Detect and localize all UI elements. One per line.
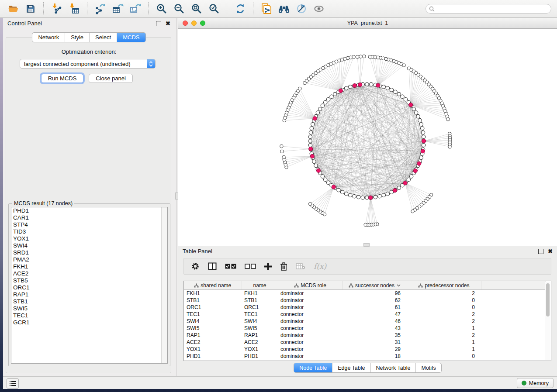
mcds-result-item[interactable]: SRD1 [11, 249, 167, 256]
tab-network[interactable]: Network [32, 33, 65, 42]
table-tab-network-table[interactable]: Network Table [370, 363, 416, 372]
network-node[interactable] [308, 135, 312, 138]
network-node[interactable] [326, 98, 330, 101]
mcds-hub-node[interactable] [332, 185, 336, 189]
tab-mcds[interactable]: MCDS [117, 33, 145, 42]
network-node[interactable] [337, 188, 340, 192]
network-node[interactable] [409, 175, 413, 178]
show-hide-graphics-button[interactable] [312, 2, 326, 16]
table-row[interactable]: SWI5SWI5connector431 [184, 325, 546, 332]
mcds-result-item[interactable]: CAR1 [11, 214, 167, 221]
add-column-button[interactable] [264, 263, 272, 270]
table-row[interactable]: STB1STB1dominator620 [184, 297, 546, 304]
mcds-hub-node[interactable] [310, 154, 314, 158]
network-canvas[interactable] [178, 29, 557, 246]
table-row[interactable]: PHD1PHD1dominator180 [184, 353, 546, 360]
network-node[interactable] [359, 55, 363, 58]
network-node[interactable] [386, 192, 389, 196]
mcds-result-item[interactable]: SWI5 [11, 305, 167, 312]
network-node[interactable] [401, 95, 404, 98]
vertical-splitter[interactable] [175, 18, 178, 376]
network-node[interactable] [402, 64, 406, 67]
table-row[interactable]: YOX1YOX1connector291 [184, 346, 546, 353]
mcds-hub-node[interactable] [339, 89, 343, 93]
network-node[interactable] [414, 111, 418, 114]
run-mcds-button[interactable]: Run MCDS [41, 74, 83, 83]
network-node[interactable] [364, 223, 367, 227]
mcds-result-item[interactable]: TID3 [11, 228, 167, 235]
network-node[interactable] [348, 193, 352, 197]
mcds-result-item[interactable]: ORC1 [11, 284, 167, 291]
save-button[interactable] [24, 2, 38, 16]
mcds-result-item[interactable]: FKH1 [11, 263, 167, 270]
table-row[interactable]: RAP1RAP1dominator352 [184, 332, 546, 339]
network-node[interactable] [340, 190, 344, 194]
network-node[interactable] [282, 155, 286, 159]
mcds-result-item[interactable]: ACE2 [11, 270, 167, 277]
mcds-result-item[interactable]: STP4 [11, 221, 167, 228]
mcds-hub-node[interactable] [417, 162, 421, 165]
mcds-hub-node[interactable] [313, 117, 317, 120]
network-node[interactable] [446, 118, 450, 121]
import-table-button[interactable] [67, 2, 81, 16]
column-header-predecessor-nodes[interactable]: predecessor nodes [407, 281, 481, 290]
mcds-result-item[interactable]: STB1 [11, 298, 167, 305]
network-node[interactable] [365, 196, 369, 199]
search-network-button[interactable] [277, 2, 291, 16]
zoom-in-button[interactable] [155, 2, 169, 16]
network-node[interactable] [382, 85, 385, 89]
network-node[interactable] [365, 83, 369, 86]
network-node[interactable] [404, 98, 407, 101]
mcds-result-item[interactable]: RAP1 [11, 291, 167, 298]
network-node[interactable] [310, 127, 313, 130]
import-network-button[interactable] [50, 2, 64, 16]
network-node[interactable] [416, 114, 420, 118]
network-node[interactable] [298, 87, 302, 90]
mcds-hub-node[interactable] [369, 196, 373, 199]
mcds-result-item[interactable]: PHD1 [11, 207, 167, 214]
table-row[interactable]: ACE2ACE2connector311 [184, 339, 546, 346]
export-image-button[interactable] [128, 2, 142, 16]
table-panel-titlebar[interactable]: Table Panel ✖ [178, 246, 557, 257]
refresh-layout-button[interactable] [233, 2, 247, 16]
column-header-name[interactable]: name [242, 281, 278, 290]
network-node[interactable] [419, 122, 423, 126]
network-node[interactable] [422, 144, 425, 147]
mcds-hub-node[interactable] [403, 181, 407, 185]
mcds-hub-node[interactable] [409, 103, 413, 107]
network-node[interactable] [344, 86, 348, 90]
network-node[interactable] [312, 160, 316, 163]
mcds-hub-node[interactable] [421, 149, 425, 153]
network-node[interactable] [326, 181, 330, 184]
network-node[interactable] [321, 104, 324, 107]
mcds-hub-node[interactable] [316, 168, 320, 172]
zoom-selected-button[interactable] [207, 2, 221, 16]
close-table-panel-icon[interactable]: ✖ [548, 249, 553, 254]
clone-network-button[interactable] [259, 2, 273, 16]
table-row[interactable]: TEC1TEC1connector472 [184, 311, 546, 318]
deselect-all-button[interactable] [245, 264, 256, 269]
table-row[interactable]: SWI4SWI4dominator462 [184, 318, 546, 325]
mcds-result-item[interactable]: PMA2 [11, 256, 167, 263]
network-node[interactable] [321, 175, 324, 178]
network-node[interactable] [344, 192, 348, 196]
float-table-panel-icon[interactable] [538, 249, 543, 254]
zoom-out-button[interactable] [172, 2, 186, 16]
close-panel-button[interactable]: Close panel [89, 74, 133, 83]
network-node[interactable] [407, 178, 410, 181]
control-panel-titlebar[interactable]: Control Panel ✖ [3, 18, 175, 29]
mcds-result-item[interactable]: SWI4 [11, 242, 167, 249]
tab-select[interactable]: Select [89, 33, 117, 42]
column-header-mcds-role[interactable]: MCDS role [278, 281, 343, 290]
mcds-hub-node[interactable] [376, 83, 380, 87]
table-row[interactable]: FKH1FKH1dominator962 [184, 290, 546, 297]
network-node[interactable] [361, 196, 364, 199]
criterion-dropdown[interactable]: largest connected component (undirected) [20, 59, 156, 69]
mcds-result-item[interactable]: YOX1 [11, 235, 167, 242]
mcds-hub-node[interactable] [309, 147, 313, 151]
mcds-result-item[interactable]: GCR1 [11, 319, 167, 326]
mcds-result-item[interactable]: STB5 [11, 277, 167, 284]
tab-style[interactable]: Style [65, 33, 89, 42]
network-node[interactable] [397, 186, 401, 189]
task-history-button[interactable] [7, 378, 19, 389]
